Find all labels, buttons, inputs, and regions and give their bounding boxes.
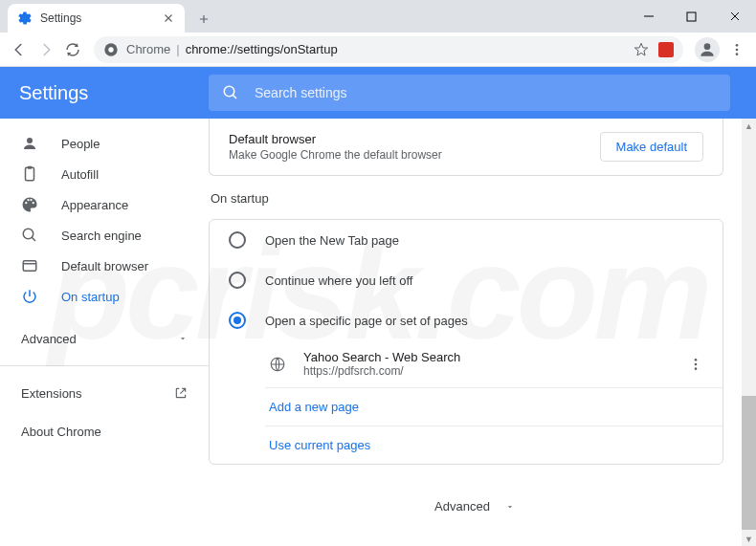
maximize-button[interactable] <box>670 0 713 33</box>
default-browser-card: Default browser Make Google Chrome the d… <box>209 119 723 176</box>
sidebar-item-default-browser[interactable]: Default browser <box>0 251 209 281</box>
back-button[interactable] <box>6 36 33 63</box>
sidebar-item-appearance[interactable]: Appearance <box>0 189 209 220</box>
scroll-down-arrow[interactable]: ▼ <box>742 532 756 546</box>
svg-rect-10 <box>26 167 34 181</box>
radio-continue[interactable]: Continue where you left off <box>210 260 723 300</box>
url-path: chrome://settings/onStartup <box>186 42 338 56</box>
reload-button[interactable] <box>59 36 86 63</box>
scroll-up-arrow[interactable]: ▲ <box>742 119 756 133</box>
browser-tab[interactable]: Settings <box>8 4 185 33</box>
section-title: On startup <box>211 191 741 206</box>
radio-new-tab[interactable]: Open the New Tab page <box>210 220 723 260</box>
divider <box>0 365 209 366</box>
minimize-button[interactable] <box>627 0 670 33</box>
close-icon[interactable] <box>162 11 175 25</box>
svg-point-12 <box>23 229 33 239</box>
scrollbar-thumb[interactable] <box>742 396 756 530</box>
svg-point-3 <box>108 47 113 52</box>
sidebar-about[interactable]: About Chrome <box>0 412 209 450</box>
radio-specific[interactable]: Open a specific page or set of pages <box>210 300 723 340</box>
svg-point-4 <box>704 43 711 50</box>
startup-card: Open the New Tab page Continue where you… <box>209 219 723 465</box>
card-subtitle: Make Google Chrome the default browser <box>229 148 442 162</box>
startup-page-entry: Yahoo Search - Web Search https://pdfsrc… <box>210 340 723 387</box>
profile-avatar[interactable] <box>695 37 720 62</box>
settings-icon <box>17 11 33 26</box>
search-input[interactable] <box>255 85 717 100</box>
svg-point-16 <box>695 362 698 365</box>
settings-search[interactable] <box>209 75 730 111</box>
sidebar-item-search-engine[interactable]: Search engine <box>0 220 209 251</box>
extension-badge[interactable] <box>658 42 674 57</box>
chevron-down-icon <box>178 334 188 343</box>
use-current-link[interactable]: Use current pages <box>210 426 723 464</box>
chrome-menu-button[interactable] <box>723 36 750 63</box>
person-icon <box>21 135 40 152</box>
url-protocol: Chrome <box>126 42 170 56</box>
power-icon <box>21 288 40 305</box>
browser-icon <box>21 257 40 274</box>
window-controls <box>627 0 756 33</box>
svg-rect-13 <box>23 261 36 272</box>
chrome-icon <box>103 42 119 57</box>
external-link-icon <box>174 386 188 400</box>
svg-point-6 <box>736 48 739 51</box>
svg-point-8 <box>224 86 234 97</box>
address-bar[interactable]: Chrome | chrome://settings/onStartup <box>94 36 683 63</box>
page-entry-url: https://pdfsrch.com/ <box>303 364 460 378</box>
svg-point-5 <box>736 44 739 47</box>
page-entry-title: Yahoo Search - Web Search <box>303 350 460 364</box>
card-title: Default browser <box>229 132 442 146</box>
settings-content: People Autofill Appearance Search engine… <box>0 119 756 546</box>
clipboard-icon <box>21 165 40 183</box>
settings-header: Settings <box>0 67 756 119</box>
close-window-button[interactable] <box>713 0 756 33</box>
forward-button[interactable] <box>33 36 59 63</box>
sidebar-item-on-startup[interactable]: On startup <box>0 281 209 312</box>
browser-toolbar: Chrome | chrome://settings/onStartup <box>0 33 756 67</box>
svg-rect-1 <box>687 12 696 21</box>
radio-icon <box>229 231 246 249</box>
sidebar-extensions[interactable]: Extensions <box>0 374 209 412</box>
settings-main: ▲ ▼ Default browser Make Google Chrome t… <box>209 119 756 546</box>
search-icon <box>21 227 40 244</box>
chevron-down-icon <box>505 502 515 512</box>
svg-point-7 <box>736 53 739 55</box>
svg-point-17 <box>695 367 698 370</box>
add-page-link[interactable]: Add a new page <box>210 388 723 426</box>
settings-sidebar: People Autofill Appearance Search engine… <box>0 119 209 546</box>
palette-icon <box>21 196 40 213</box>
radio-icon-selected <box>229 312 246 329</box>
window-titlebar: Settings <box>0 0 756 33</box>
new-tab-button[interactable] <box>190 6 217 33</box>
bookmark-icon[interactable] <box>634 42 649 57</box>
tab-title: Settings <box>40 11 162 25</box>
page-entry-menu[interactable] <box>688 357 703 372</box>
sidebar-item-people[interactable]: People <box>0 128 209 159</box>
svg-rect-11 <box>28 166 33 169</box>
svg-point-9 <box>27 138 33 143</box>
page-title: Settings <box>19 82 209 104</box>
svg-point-15 <box>695 359 698 361</box>
advanced-footer[interactable]: Advanced <box>209 480 741 546</box>
make-default-button[interactable]: Make default <box>600 132 703 162</box>
sidebar-advanced[interactable]: Advanced <box>0 319 209 358</box>
radio-icon <box>229 272 246 289</box>
search-icon <box>222 84 239 101</box>
sidebar-item-autofill[interactable]: Autofill <box>0 159 209 189</box>
globe-icon <box>269 356 286 373</box>
